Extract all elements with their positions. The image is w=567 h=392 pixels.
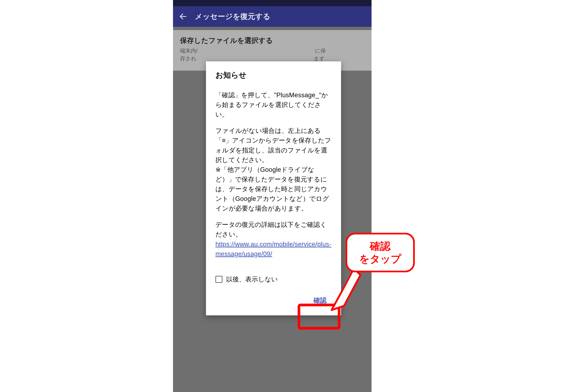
status-bar	[173, 0, 372, 6]
bg-card-subtitle: 端末内/ XXXXXXXXXXXXXXXXXXXXXXXXXXXXXXXX に保…	[180, 47, 365, 62]
checkbox-icon[interactable]	[215, 276, 222, 283]
back-arrow-icon[interactable]	[179, 12, 187, 21]
dialog-para-2: ファイルがない場合は、左上にある「≡」アイコンからデータを保存したフォルダを指定…	[215, 126, 332, 213]
checkbox-label: 以後、表示しない	[226, 275, 278, 284]
dialog-para-3-text: データの復元の詳細は以下をご確認ください。	[215, 221, 327, 238]
dialog-para-1: 「確認」を押して、"PlusMessage_"から始まるファイルを選択してくださ…	[215, 90, 332, 119]
page-title: メッセージを復元する	[195, 12, 270, 22]
dialog-body: 「確認」を押して、"PlusMessage_"から始まるファイルを選択してくださ…	[215, 90, 332, 259]
bg-card-title: 保存したファイルを選択する	[180, 36, 365, 45]
dialog-para-3: データの復元の詳細は以下をご確認ください。 https://www.au.com…	[215, 220, 332, 259]
annotation-callout-bubble: 確認 をタップ	[346, 233, 415, 272]
dont-show-again-row[interactable]: 以後、表示しない	[215, 275, 332, 284]
app-header: メッセージを復元する	[173, 6, 372, 27]
bg-sub-1: 端末内/	[180, 48, 197, 54]
callout-line-1: 確認	[370, 240, 390, 253]
bg-sub-2: に保	[315, 48, 326, 54]
notice-dialog: お知らせ 「確認」を押して、"PlusMessage_"から始まるファイルを選択…	[206, 61, 341, 315]
callout-line-2: をタップ	[359, 252, 401, 266]
dialog-title: お知らせ	[215, 70, 332, 80]
dialog-actions: 確認	[215, 293, 332, 308]
dialog-link[interactable]: https://www.au.com/mobile/service/plus-m…	[215, 241, 332, 258]
confirm-button[interactable]: 確認	[308, 293, 332, 308]
bg-sub-4: ます	[314, 56, 325, 62]
bg-sub-3: 存され	[180, 56, 196, 62]
